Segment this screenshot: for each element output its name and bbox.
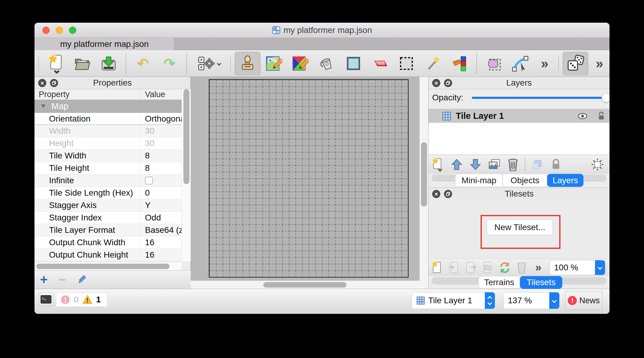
toolbar-drag-handle[interactable] xyxy=(558,57,559,70)
delete-layer-button[interactable] xyxy=(504,156,522,173)
scrollbar-handle[interactable] xyxy=(263,282,347,288)
automap-button[interactable] xyxy=(191,51,227,76)
slider-track[interactable] xyxy=(472,97,610,99)
tab-layers[interactable]: Layers xyxy=(547,174,583,187)
property-row[interactable]: Tile Width 8 xyxy=(34,150,182,162)
scrollbar-handle[interactable] xyxy=(183,89,189,184)
tileset-zoom-combo[interactable]: 100 % xyxy=(550,260,605,275)
export-tileset-button[interactable] xyxy=(462,259,479,276)
toolbar-overflow-button[interactable]: » xyxy=(588,51,610,76)
magic-wand-tool[interactable] xyxy=(420,51,446,76)
float-panel-button[interactable] xyxy=(444,79,452,87)
property-row[interactable]: Output Chunk Width 16 xyxy=(34,236,182,249)
lower-layer-button[interactable] xyxy=(466,156,485,173)
layer-visibility-icon[interactable] xyxy=(577,112,588,121)
stamp-brush-tool[interactable] xyxy=(235,52,261,75)
new-tileset-button[interactable]: New Tileset... xyxy=(487,219,553,235)
refresh-tileset-button[interactable] xyxy=(496,259,513,276)
main-toolbar: ↶ ↷ xyxy=(34,50,610,77)
remove-property-button[interactable]: − xyxy=(58,272,66,287)
canvas-horizontal-scrollbar[interactable] xyxy=(191,281,419,289)
float-panel-button[interactable] xyxy=(50,79,58,87)
import-tileset-button[interactable] xyxy=(445,259,462,276)
infinite-checkbox[interactable] xyxy=(145,177,153,184)
map-canvas-area[interactable] xyxy=(191,77,428,289)
layer-lock-icon[interactable] xyxy=(597,111,606,121)
property-row[interactable]: Tile Height 8 xyxy=(34,162,182,174)
document-tab[interactable]: my platformer map.json xyxy=(34,38,175,50)
property-row[interactable]: Orientation Orthogona xyxy=(34,112,182,125)
show-other-layers-button[interactable] xyxy=(528,156,547,173)
raise-layer-button[interactable] xyxy=(447,156,466,173)
tab-objects[interactable]: Objects xyxy=(503,174,547,187)
save-file-button[interactable] xyxy=(95,51,122,76)
minimize-window-button[interactable] xyxy=(56,27,63,34)
property-group-map[interactable]: ▼ Map xyxy=(34,100,182,112)
select-objects-tool[interactable] xyxy=(481,51,507,76)
new-map-button[interactable] xyxy=(42,51,69,76)
combo-dropdown-icon[interactable] xyxy=(595,260,605,275)
edit-polygons-tool[interactable] xyxy=(507,51,534,76)
select-same-tile-tool[interactable] xyxy=(446,51,473,76)
terrain-brush-tool[interactable] xyxy=(261,51,287,76)
close-panel-button[interactable]: × xyxy=(38,79,46,87)
property-row[interactable]: Stagger Axis Y xyxy=(34,199,182,212)
zoom-select-combo[interactable]: 137 % xyxy=(503,292,560,309)
redo-button[interactable]: ↷ xyxy=(156,51,183,76)
tab-tilesets[interactable]: Tilesets xyxy=(520,276,562,289)
issues-counter[interactable]: 0 1 xyxy=(56,292,107,307)
layer-row-selected[interactable]: Tile Layer 1 xyxy=(429,109,610,123)
titlebar[interactable]: my platformer map.json xyxy=(34,23,610,38)
lock-other-layers-button[interactable] xyxy=(547,156,565,173)
bucket-fill-tool[interactable] xyxy=(314,51,340,76)
random-mode-button[interactable] xyxy=(563,52,589,75)
properties-vertical-scrollbar[interactable] xyxy=(182,89,191,261)
combo-spinner-icon[interactable] xyxy=(485,292,495,309)
collapse-triangle-icon[interactable]: ▼ xyxy=(40,102,47,110)
add-property-button[interactable]: + xyxy=(40,272,48,287)
shape-fill-tool[interactable] xyxy=(340,51,367,76)
open-file-button[interactable] xyxy=(69,51,96,76)
highlight-current-layer-button[interactable] xyxy=(588,156,607,173)
close-window-button[interactable] xyxy=(42,27,50,34)
duplicate-layer-button[interactable] xyxy=(485,156,504,173)
close-panel-button[interactable]: × xyxy=(432,79,440,87)
new-tileset-toolbar-button[interactable] xyxy=(429,259,445,276)
property-row[interactable]: Tile Side Length (Hex) 0 xyxy=(34,187,182,199)
combo-dropdown-icon[interactable] xyxy=(549,292,559,309)
zoom-window-button[interactable] xyxy=(69,27,76,34)
toolbar-drag-handle[interactable] xyxy=(230,57,231,70)
property-row[interactable]: Stagger Index Odd xyxy=(34,212,182,224)
edit-property-button[interactable] xyxy=(76,274,88,286)
tilesets-overflow-button[interactable]: » xyxy=(530,259,545,276)
eraser-tool[interactable] xyxy=(366,51,393,76)
edit-tileset-button[interactable] xyxy=(479,259,496,276)
console-button[interactable] xyxy=(39,293,53,306)
canvas-vertical-scrollbar[interactable] xyxy=(419,77,428,281)
opacity-slider[interactable] xyxy=(472,93,610,102)
properties-horizontal-scrollbar[interactable] xyxy=(34,262,182,270)
toolbar-drag-handle[interactable] xyxy=(38,57,39,70)
rectangular-select-tool[interactable] xyxy=(393,51,420,76)
property-row[interactable]: Height 30 xyxy=(34,137,182,150)
scrollbar-handle[interactable] xyxy=(36,264,169,269)
opacity-label: Opacity: xyxy=(432,93,463,103)
tab-mini-map[interactable]: Mini-map xyxy=(455,174,503,187)
remove-tileset-button[interactable] xyxy=(513,259,530,276)
new-layer-button[interactable] xyxy=(429,156,447,173)
tab-terrains[interactable]: Terrains xyxy=(478,276,520,289)
news-button[interactable]: ! News xyxy=(565,291,602,310)
property-row[interactable]: Infinite xyxy=(34,174,182,187)
scrollbar-handle[interactable] xyxy=(421,142,427,207)
close-panel-button[interactable]: × xyxy=(432,190,440,198)
property-row[interactable]: Width 30 xyxy=(34,125,182,137)
slider-knob[interactable] xyxy=(602,93,610,103)
layer-select-combo[interactable]: Tile Layer 1 xyxy=(412,292,495,309)
map-grid[interactable] xyxy=(209,79,409,278)
property-row[interactable]: Output Chunk Height 16 xyxy=(34,249,182,261)
property-row[interactable]: Tile Layer Format Base64 (z xyxy=(34,224,182,236)
undo-button[interactable]: ↶ xyxy=(130,51,156,76)
tools-overflow-button[interactable]: » xyxy=(534,51,555,76)
wang-brush-tool[interactable] xyxy=(287,51,314,76)
float-panel-button[interactable] xyxy=(444,190,452,198)
